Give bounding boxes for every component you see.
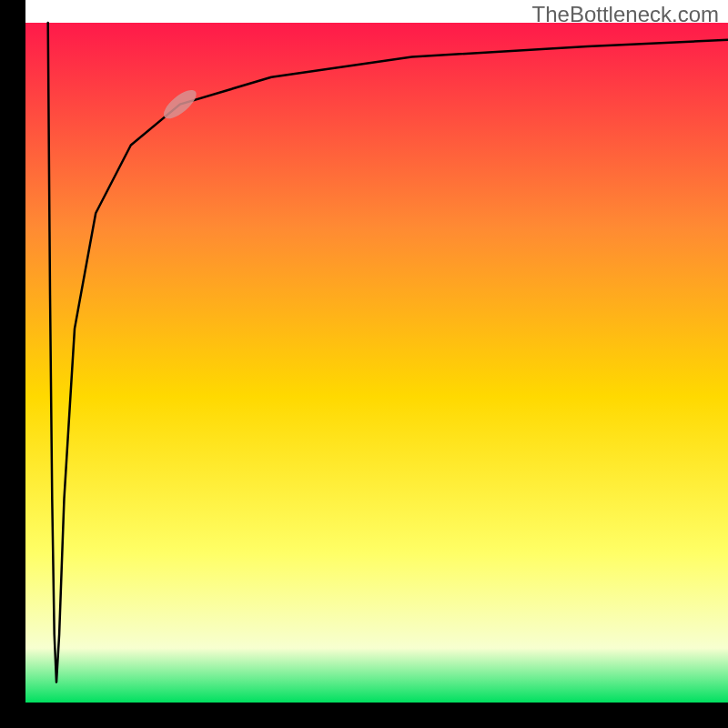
y-axis [0,0,25,728]
plot-gradient-background [25,23,728,703]
x-axis [0,703,728,728]
chart-svg [0,0,728,728]
watermark-text: TheBottleneck.com [532,2,719,27]
bottleneck-chart: TheBottleneck.com [0,0,728,728]
